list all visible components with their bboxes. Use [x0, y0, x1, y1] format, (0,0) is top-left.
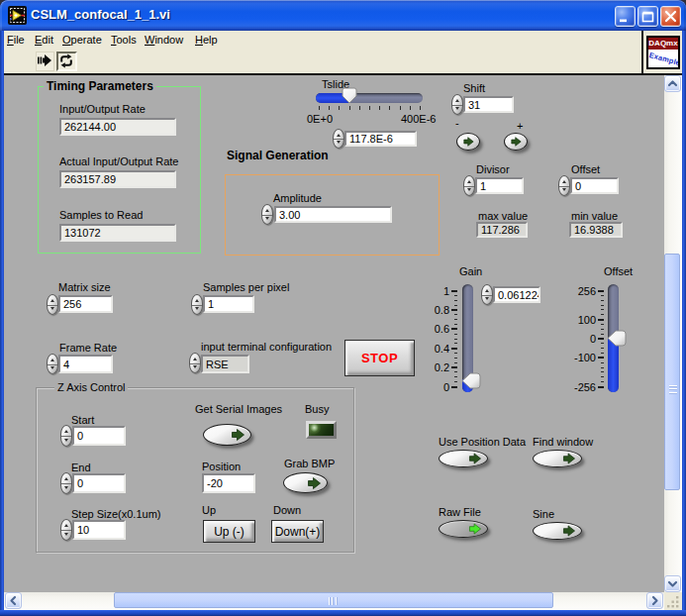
frame-rate-spinner[interactable] [47, 354, 58, 374]
offset-slider-thumb[interactable] [607, 330, 627, 347]
horizontal-scroll-thumb[interactable] [114, 592, 553, 608]
down-label: Down [273, 504, 301, 516]
menu-bar: File Edit Operate Tools Window Help [4, 31, 682, 50]
sine-arrow-icon [562, 525, 576, 537]
use-position-data-button[interactable] [439, 450, 488, 467]
start-field[interactable]: 0 [72, 426, 126, 446]
samples-to-read-label: Samples to Read [59, 209, 143, 221]
gain-minor-ticks [454, 290, 457, 387]
gain-tick-label: 1 [422, 285, 449, 297]
tslide-thumb[interactable] [342, 87, 357, 104]
shift-minus-button[interactable] [456, 133, 480, 151]
grab-bmp-label: Grab BMP [284, 458, 335, 469]
gain-tick-label: 0 [422, 381, 449, 393]
shift-spinner[interactable] [451, 94, 463, 115]
menu-window[interactable]: Window [145, 34, 183, 46]
close-icon [661, 7, 680, 26]
scroll-down-button[interactable] [664, 575, 681, 592]
stop-button[interactable]: STOP [344, 340, 415, 376]
offset-slider-fill [608, 339, 619, 392]
tslide-track[interactable] [316, 93, 423, 103]
samples-per-pixel-field[interactable]: 1 [203, 295, 254, 313]
down-button[interactable]: Down(+) [271, 520, 324, 543]
shift-plus-arrow-icon [511, 137, 522, 148]
amplitude-field[interactable]: 3.00 [274, 206, 392, 223]
start-label: Start [71, 414, 94, 426]
sine-label: Sine [533, 508, 554, 520]
step-size-spinner[interactable] [60, 519, 72, 541]
shift-plus-label: + [517, 120, 523, 132]
horizontal-scrollbar[interactable] [4, 592, 664, 610]
window-title: CSLM_confocal_1_1.vi [31, 7, 170, 22]
offset-slider-label: Offset [604, 265, 633, 277]
offset-tick-label: 100 [564, 314, 596, 326]
actual-rate-label: Actual Input/Output Rate [59, 155, 178, 167]
raw-file-button[interactable] [439, 520, 488, 538]
gain-tick [451, 348, 457, 350]
run-continuously-button[interactable] [56, 51, 77, 71]
end-spinner[interactable] [60, 472, 72, 494]
offset-num-field[interactable]: 0 [570, 177, 619, 194]
gain-slider-thumb[interactable] [461, 372, 481, 389]
grab-bmp-button[interactable] [283, 472, 328, 493]
maximize-button[interactable] [637, 6, 658, 27]
scroll-right-button[interactable] [646, 592, 663, 609]
input-terminal-field[interactable]: RSE [201, 355, 249, 373]
menu-tools[interactable]: Tools [111, 34, 137, 46]
min-value-field: 16.9388 [569, 222, 623, 238]
amplitude-label: Amplitude [273, 192, 322, 204]
io-rate-field: 262144.00 [59, 118, 176, 136]
actual-rate-field: 263157.89 [59, 170, 176, 188]
vertical-scroll-thumb[interactable] [664, 254, 680, 490]
input-terminal-spinner[interactable] [189, 353, 201, 373]
amplitude-spinner[interactable] [261, 204, 273, 225]
vi-icon-daqmx-label: DAQmx [648, 38, 678, 50]
matrix-size-spinner[interactable] [47, 294, 58, 315]
shift-plus-button[interactable] [504, 133, 528, 151]
close-button[interactable] [660, 6, 681, 27]
frame-rate-field[interactable]: 4 [58, 355, 113, 373]
samples-per-pixel-spinner[interactable] [191, 294, 203, 315]
sine-button[interactable] [533, 522, 582, 540]
find-window-button[interactable] [533, 450, 582, 467]
matrix-size-field[interactable]: 256 [58, 295, 113, 313]
frame-rate-label: Frame Rate [59, 342, 117, 354]
scroll-thumb-grip [669, 385, 677, 395]
scroll-left-button[interactable] [5, 592, 22, 609]
end-field[interactable]: 0 [72, 473, 126, 493]
gain-spinner[interactable] [481, 284, 493, 305]
menu-help[interactable]: Help [195, 34, 218, 46]
scroll-right-icon [647, 593, 662, 608]
minimize-button[interactable] [615, 6, 636, 27]
gain-field[interactable]: 0.061224 [493, 286, 540, 303]
use-position-arrow-icon [468, 453, 482, 464]
gain-tick [451, 328, 457, 330]
start-spinner[interactable] [60, 425, 72, 447]
shift-label: Shift [463, 82, 485, 94]
divisor-spinner[interactable] [463, 175, 475, 196]
divisor-field[interactable]: 1 [475, 177, 524, 194]
shift-minus-arrow-icon [463, 137, 474, 148]
tslide-ticks [319, 106, 421, 110]
up-button[interactable]: Up (-) [203, 520, 255, 543]
title-bar[interactable]: CSLM_confocal_1_1.vi [0, 0, 686, 31]
run-button[interactable] [36, 51, 54, 71]
toolbar [4, 50, 682, 73]
samples-to-read-field: 131072 [59, 224, 176, 242]
tslide-max-label: 400E-6 [401, 113, 436, 125]
offset-num-spinner[interactable] [558, 175, 570, 196]
tslide-value-field[interactable]: 117.8E-6 [344, 131, 417, 147]
resize-corner[interactable] [664, 592, 682, 610]
scroll-up-button[interactable] [664, 75, 681, 92]
menu-file[interactable]: File [7, 34, 25, 46]
menu-edit[interactable]: Edit [35, 34, 53, 46]
get-serial-images-button[interactable] [203, 424, 251, 446]
vertical-scrollbar[interactable] [664, 75, 682, 592]
tslide-spinner[interactable] [333, 129, 344, 149]
shift-field[interactable]: 31 [463, 96, 514, 113]
busy-label: Busy [305, 403, 329, 415]
menu-operate[interactable]: Operate [62, 34, 102, 46]
busy-led [306, 421, 337, 439]
tslide-min-label: 0E+0 [307, 113, 333, 125]
step-size-field[interactable]: 10 [72, 520, 126, 540]
